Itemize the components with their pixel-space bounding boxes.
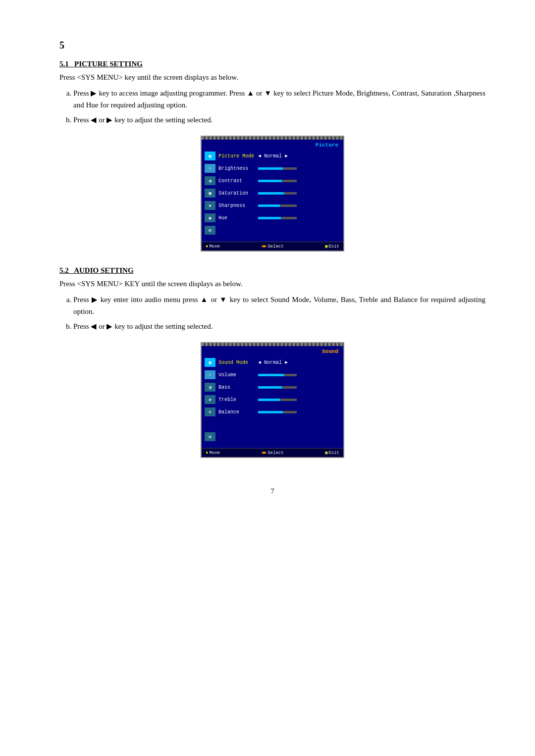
picture-osd-body: ▣ Picture Mode ◄ Normal ► ☼ Brightness [202,149,343,240]
osd-bar-contrast [258,180,340,182]
osd-icon-spacer: ⊞ [205,432,215,441]
sharpness-bar-filled [258,204,280,207]
osd-label-contrast: Contrast [218,178,258,184]
page-number: 7 [59,488,485,496]
osd-icon-contrast: ◑ [205,176,215,185]
section-title: 5 [59,40,485,51]
sound-mode-icon: ▣ [209,360,211,365]
sound-osd-container: Sound ▣ Sound Mode ◄ Normal ► ♪ [59,342,485,458]
hue-bar-filled [258,217,281,219]
osd-icon-balance: ⊜ [205,407,215,416]
subsection1-steps: Press ▶ key to access image adjusting pr… [59,87,485,126]
sharpness-icon: ◈ [209,203,211,208]
osd-icon-volume: ♪ [205,370,215,379]
treble-icon: ◈ [209,397,211,403]
osd-row-picture-mode: ▣ Picture Mode ◄ Normal ► [205,151,340,161]
subsection2-intro: Press <SYS MENU> KEY until the screen di… [59,278,485,290]
step-1b: Press ◀ or ▶ key to adjust the setting s… [73,114,485,126]
osd-row-balance: ⊜ Balance [205,407,340,417]
osd-icon-extra: ⊞ [205,226,215,235]
picture-osd-container: Picture ▣ Picture Mode ◄ Normal ► ☼ [59,136,485,252]
treble-bar-filled [258,399,280,401]
osd-top-stripe-sound [202,343,343,346]
volume-icon: ♪ [209,372,211,377]
exit-label: Exit [328,244,339,249]
subsection2-steps: Press ▶ key enter into audio menu press … [59,294,485,332]
picture-osd-screen: Picture ▣ Picture Mode ◄ Normal ► ☼ [201,136,344,252]
osd-row-brightness: ☼ Brightness [205,163,340,173]
brightness-bar-filled [258,167,283,170]
osd-top-stripe-picture [202,137,343,140]
osd-icon-bass: ◑ [205,383,215,392]
hue-bar-empty [281,217,297,219]
footer-move: ♦ Move [206,244,220,249]
osd-icon-saturation: ▣ [205,189,215,198]
sound-footer-move: ♦ Move [206,451,220,455]
osd-row-spacer1 [205,419,340,429]
osd-label-volume: Volume [218,372,258,378]
osd-row-treble: ◈ Treble [205,395,340,404]
brightness-bar-empty [283,167,297,170]
osd-row-bass: ◑ Bass [205,382,340,392]
osd-label-treble: Treble [218,397,258,403]
sound-move-icon: ♦ [206,451,208,455]
bass-bar-filled [258,386,282,389]
contrast-icon: ◑ [209,178,211,184]
osd-row-sound-mode: ▣ Sound Mode ◄ Normal ► [205,357,340,367]
osd-icon-treble: ◈ [205,395,215,404]
picture-osd-header: Picture [202,141,343,149]
sound-select-label: Select [268,451,283,455]
osd-bar-volume [258,374,340,376]
sound-osd-footer: ♦ Move ◄► Select ▣ Exit [202,448,343,457]
volume-bar-filled [258,374,284,376]
step-2b: Press ◀ or ▶ key to adjust the setting s… [73,320,485,332]
saturation-bar-empty [284,192,297,195]
sharpness-bar-empty [280,204,297,207]
osd-row-sharpness: ◈ Sharpness [205,201,340,210]
osd-sound-normal-select: ◄ Normal ► [258,360,288,365]
balance-bar-empty [283,411,297,413]
step-2a: Press ▶ key enter into audio menu press … [73,294,485,317]
osd-icon-hue: ◉ [205,213,215,222]
extra-icon: ⊞ [209,228,211,233]
osd-label-sound-mode: Sound Mode [218,360,258,365]
osd-bar-sharpness [258,204,340,207]
subsection2-title: 5.2 AUDIO SETTING [59,266,485,275]
osd-label-sharpness: Sharpness [218,203,258,208]
select-icon: ◄► [261,244,267,249]
sound-exit-icon: ▣ [325,450,327,455]
osd-label-brightness: Brightness [218,166,258,171]
osd-row-spacer2: ⊞ [205,432,340,442]
osd-bar-brightness [258,167,340,170]
osd-icon-brightness: ☼ [205,164,215,173]
osd-bar-treble [258,399,340,401]
sound-exit-label: Exit [328,451,339,455]
osd-icon-sharpness: ◈ [205,201,215,210]
sound-move-label: Move [209,451,220,455]
bass-bar-empty [282,386,297,389]
subsection1-title: 5.1 PICTURE SETTING [59,60,485,68]
osd-label-bass: Bass [218,385,258,390]
move-label: Move [209,244,220,249]
picture-osd-footer: ♦ Move ◄► Select ▣ Exit [202,242,343,251]
saturation-bar-filled [258,192,284,195]
contrast-bar-filled [258,180,282,182]
osd-label-saturation: Saturation [218,191,258,196]
bass-icon: ◑ [209,385,211,390]
sound-footer-exit: ▣ Exit [325,450,339,455]
sound-osd-screen: Sound ▣ Sound Mode ◄ Normal ► ♪ [201,342,344,458]
osd-row-contrast: ◑ Contrast [205,176,340,186]
osd-label-hue: Hue [218,215,258,221]
saturation-icon: ▣ [209,191,211,196]
osd-label-picture-mode: Picture Mode [218,153,258,159]
balance-icon: ⊜ [209,409,211,415]
osd-label-balance: Balance [218,409,258,415]
sound-select-icon: ◄► [261,451,267,455]
spacer-icon: ⊞ [209,434,211,440]
osd-row-hue: ◉ Hue [205,213,340,223]
exit-icon: ▣ [325,244,327,249]
osd-row-volume: ♪ Volume [205,370,340,380]
brightness-icon: ☼ [209,166,211,171]
volume-bar-empty [284,374,297,376]
osd-row-saturation: ▣ Saturation [205,188,340,198]
